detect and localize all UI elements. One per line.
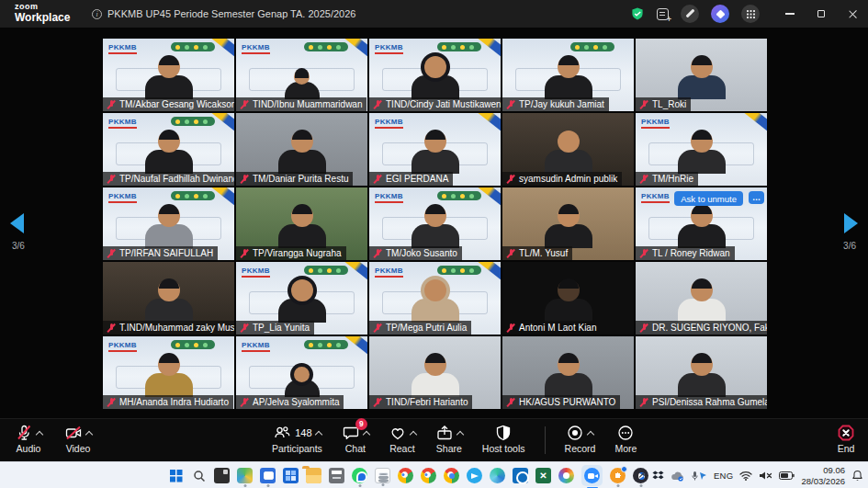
- teams-chat-icon[interactable]: [260, 468, 276, 483]
- participant-tile[interactable]: DR. SUGENG RIYONO, Fak Te...: [636, 262, 767, 335]
- participant-tile[interactable]: PKKMB TP/IRFAN SAIFULLAH: [103, 187, 234, 260]
- mic-location-icon[interactable]: [692, 471, 707, 482]
- volume-muted-icon[interactable]: [759, 471, 772, 481]
- participant-tile[interactable]: T.IND/Muhammad zaky Must...: [103, 262, 234, 335]
- react-button[interactable]: React: [389, 423, 416, 454]
- notification-bell-icon[interactable]: [851, 470, 863, 482]
- excel-icon[interactable]: [535, 468, 551, 483]
- annotate-pencil-icon[interactable]: [681, 5, 699, 23]
- ai-companion-icon[interactable]: [711, 5, 729, 23]
- participant-tile[interactable]: PSI/Denissa Rahma Gumelar: [636, 336, 767, 409]
- file-explorer-icon[interactable]: [306, 468, 321, 483]
- participant-tile[interactable]: TP/Virangga Nugraha: [236, 187, 367, 260]
- participant-tile[interactable]: PKKMB AP/Jelva Syalommita: [236, 336, 367, 409]
- chrome-icon[interactable]: [398, 468, 413, 483]
- participants-button[interactable]: 148 Participants: [272, 423, 322, 454]
- more-button[interactable]: More: [614, 423, 637, 454]
- participant-tile[interactable]: TIND/Febri Harianto: [369, 336, 501, 409]
- participant-tile[interactable]: PKKMB EGI PERDANA: [369, 113, 501, 186]
- share-options-caret[interactable]: [457, 430, 464, 437]
- battery-icon[interactable]: [779, 471, 795, 480]
- host-tools-button[interactable]: Host tools: [482, 423, 525, 454]
- participant-tile[interactable]: TL_Roki: [636, 39, 767, 111]
- browser-swirl-icon[interactable]: [490, 468, 505, 483]
- tile-more-options-button[interactable]: …: [749, 191, 764, 204]
- chrome-icon[interactable]: [421, 468, 436, 483]
- participant-video-person: [285, 69, 320, 99]
- person-torso: [678, 224, 726, 248]
- chrome-icon[interactable]: [444, 468, 459, 483]
- notepad-icon[interactable]: [375, 468, 390, 483]
- video-button[interactable]: Video: [64, 423, 92, 454]
- more-ellipsis-icon: [616, 424, 635, 442]
- taskbar-clock[interactable]: 09.06 28/03/2026: [801, 465, 845, 487]
- share-screen-icon: [435, 424, 454, 442]
- media-app-icon[interactable]: [237, 468, 253, 483]
- dark-app-icon[interactable]: [214, 468, 230, 483]
- end-button[interactable]: End: [837, 423, 855, 454]
- participant-tile[interactable]: PKKMB MH/Ananda Indra Hudiarto: [103, 336, 234, 409]
- participant-tile[interactable]: PKKMB TM/HnRie: [636, 113, 767, 186]
- start-button-icon[interactable]: [168, 468, 184, 483]
- pkkmb-logo: PKKMB: [375, 267, 403, 278]
- restore-button[interactable]: [806, 0, 837, 28]
- mic-muted-icon: [107, 248, 116, 258]
- mic-muted-icon: [506, 99, 515, 109]
- participant-tile[interactable]: TP/Jay kukuh Jamiat: [502, 39, 634, 111]
- record-button[interactable]: Record: [565, 423, 596, 454]
- participant-tile[interactable]: PKKMB TM/Joko Susanto: [369, 187, 501, 260]
- participant-tile[interactable]: PKKMB TIND/Ibnu Muammaridwan: [236, 39, 367, 111]
- telegram-icon[interactable]: [467, 468, 482, 483]
- participant-name: TL / Roney Ridwan: [652, 248, 730, 258]
- share-button[interactable]: Share: [435, 423, 463, 454]
- participant-tile[interactable]: PKKMB TIND/Cindy Jati Mustikaweni: [369, 39, 501, 111]
- participant-tile[interactable]: TM/Daniar Purita Restu: [236, 113, 367, 186]
- participant-tile[interactable]: HK/AGUS PURWANTO: [502, 336, 634, 409]
- titlebar-actions: [630, 0, 760, 28]
- participant-name-tag: TM/Daniar Purita Restu: [236, 172, 353, 186]
- chat-options-caret[interactable]: [363, 430, 370, 437]
- participant-video-person: [145, 279, 193, 323]
- security-shield-icon[interactable]: [630, 6, 645, 21]
- meeting-title-area: i PKKMB UP45 Periode Semester Genap TA. …: [92, 0, 355, 28]
- dropbox-icon[interactable]: [652, 470, 664, 482]
- next-page-arrow[interactable]: [844, 213, 858, 233]
- zoom-app-active[interactable]: [581, 465, 603, 486]
- audio-options-caret[interactable]: [36, 430, 43, 437]
- ask-to-unmute-button[interactable]: Ask to unmute: [674, 191, 743, 206]
- photos-icon[interactable]: [558, 468, 574, 483]
- audio-button[interactable]: Audio: [15, 423, 42, 454]
- onedrive-cloud-icon[interactable]: [671, 471, 685, 482]
- outlook-icon[interactable]: [513, 468, 528, 483]
- close-button[interactable]: [837, 0, 868, 28]
- participant-tile[interactable]: PKKMB TP_Lia Yunita: [236, 262, 367, 335]
- office-app-icon[interactable]: [283, 468, 299, 483]
- orange-app-icon[interactable]: [610, 468, 626, 483]
- participants-options-caret[interactable]: [314, 430, 321, 437]
- participant-name-tag: EGI PERDANA: [369, 172, 453, 186]
- minimize-button[interactable]: [774, 0, 806, 28]
- whatsapp-icon[interactable]: [352, 468, 367, 483]
- participant-tile[interactable]: PKKMB TP/Naufal Fadhillah Dwinanda: [103, 113, 234, 186]
- person-head: [424, 205, 446, 227]
- search-icon[interactable]: [191, 468, 207, 483]
- participant-name: syamsudin Admin publik: [519, 174, 617, 184]
- previous-page-arrow[interactable]: [10, 213, 24, 233]
- video-options-caret[interactable]: [85, 430, 93, 437]
- calculator-icon[interactable]: [329, 468, 344, 483]
- react-options-caret[interactable]: [410, 430, 417, 437]
- language-indicator[interactable]: ENG: [714, 471, 734, 481]
- apps-grid-icon[interactable]: [741, 5, 760, 23]
- participant-tile[interactable]: TL/M. Yusuf: [502, 187, 634, 260]
- participant-tile[interactable]: syamsudin Admin publik: [502, 113, 634, 186]
- notes-add-icon[interactable]: [657, 8, 669, 20]
- info-icon[interactable]: i: [92, 9, 102, 19]
- chat-button[interactable]: 9 Chat: [342, 423, 369, 454]
- participant-tile[interactable]: PKKMB TM/Akbar Gesang Wicaksono: [103, 39, 234, 111]
- record-options-caret[interactable]: [587, 430, 594, 437]
- tray-chevron-up-icon[interactable]: [639, 473, 647, 481]
- wifi-icon[interactable]: [739, 471, 752, 481]
- participant-tile[interactable]: PKKMB TP/Mega Putri Aulia: [369, 262, 501, 335]
- participant-tile[interactable]: Antoni M Laot Kian: [502, 262, 634, 335]
- participant-tile[interactable]: PKKMB Ask to unmute … TL / Roney Ridwan: [636, 187, 767, 260]
